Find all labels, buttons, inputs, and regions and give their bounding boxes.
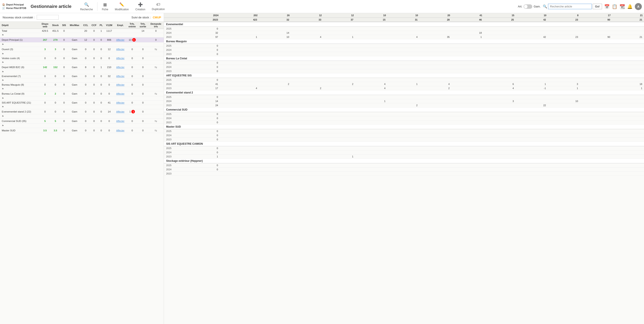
- data-cell: [612, 52, 644, 56]
- nav-duplication[interactable]: 🏷 Duplication: [150, 1, 167, 12]
- data-cell: [387, 69, 419, 73]
- data-cell: [323, 129, 355, 133]
- affecter-button[interactable]: Affecter: [116, 66, 124, 69]
- flag-row: ⚑: [0, 43, 164, 47]
- data-cell: [580, 103, 612, 107]
- search-input[interactable]: [548, 4, 592, 9]
- data-cell: 14: [174, 99, 220, 103]
- data-cell: [220, 95, 259, 99]
- search-icon-btn[interactable]: 🔍: [543, 4, 547, 9]
- right-header-col: 8: [548, 13, 580, 18]
- nav-creation[interactable]: ➕ Création: [133, 1, 147, 12]
- affecter-button[interactable]: Affecter: [116, 92, 124, 95]
- dispo-web-val: 5: [40, 119, 50, 124]
- depot-name: Total: [2, 30, 7, 32]
- data-cell: 0: [174, 61, 220, 65]
- data-cell: [484, 163, 516, 168]
- data-cell: [484, 52, 516, 56]
- affecter-button[interactable]: Affecter: [116, 110, 124, 113]
- data-cell: [452, 27, 484, 31]
- affecter-button[interactable]: Affecter: [116, 48, 124, 51]
- data-cell: [580, 168, 612, 172]
- go-button[interactable]: Go!: [593, 4, 602, 9]
- data-cell: [291, 163, 323, 168]
- list-item: Evenementiel stand 2 (22): [0, 109, 40, 114]
- demande-trfs-val: [148, 109, 164, 114]
- data-cell: [323, 150, 355, 154]
- calendar-view-btn[interactable]: 📅: [604, 4, 610, 9]
- data-cell: [612, 27, 644, 31]
- dept-name: ART EQUESTRE SIS: [164, 73, 644, 78]
- data-cell: [452, 116, 484, 120]
- affecter-button[interactable]: Affecter: [116, 101, 124, 104]
- ccf-val: 0: [90, 47, 98, 52]
- data-cell: [323, 120, 355, 124]
- data-cell: 1: [355, 99, 387, 103]
- right-subheader-col: 32: [259, 18, 291, 22]
- ccl-val: 0: [82, 56, 90, 60]
- affecter-button[interactable]: Affecter: [116, 129, 124, 132]
- data-cell: [452, 120, 484, 124]
- affecter-button[interactable]: Affecter: [116, 39, 124, 41]
- data-cell: [323, 65, 355, 69]
- data-cell: [387, 168, 419, 172]
- stock-val: 451.5: [50, 29, 60, 33]
- affecter-button[interactable]: Affecter: [116, 83, 124, 86]
- nav-fiche[interactable]: ▦ Fiche: [100, 1, 110, 12]
- nav-recherche[interactable]: 🔍 Recherche: [78, 1, 95, 12]
- data-cell: 0: [174, 150, 220, 154]
- data-cell: [291, 69, 323, 73]
- affecter-button[interactable]: Affecter: [116, 75, 124, 78]
- demande-trfs-val: 0: [148, 38, 164, 43]
- data-cell: [516, 163, 548, 168]
- toggle-knob: [524, 5, 528, 8]
- right-data-row: 20230: [164, 137, 644, 142]
- bell-btn[interactable]: 🔔: [627, 4, 633, 9]
- data-cell: [220, 44, 259, 48]
- edit-icon: ✏️: [119, 2, 124, 7]
- stock-val: 5: [50, 119, 60, 124]
- dispo-web-val: 0: [40, 56, 50, 60]
- list-btn[interactable]: 📋: [612, 4, 617, 9]
- data-cell: [259, 120, 291, 124]
- data-cell: [355, 103, 387, 107]
- year-cell: 2024: [164, 133, 174, 137]
- transfer-icon: ⇆: [154, 65, 157, 69]
- pl-val: 0: [98, 83, 104, 87]
- data-cell: [612, 61, 644, 65]
- affecter-button[interactable]: Affecter: [116, 120, 124, 122]
- data-cell: [419, 44, 452, 48]
- demande-trfs-val: [148, 74, 164, 78]
- art-toggle[interactable]: [524, 4, 532, 9]
- avatar[interactable]: A: [635, 3, 642, 10]
- minmax-val: Gam: [68, 74, 82, 78]
- demande-trfs-val: ⇆: [148, 47, 164, 52]
- data-cell: [612, 65, 644, 69]
- nav-modification[interactable]: ✏️ Modification: [112, 1, 131, 12]
- data-cell: [259, 154, 291, 159]
- data-cell: 2: [387, 103, 419, 107]
- stock-val: 279: [50, 38, 60, 43]
- ccl-val: 0: [82, 47, 90, 52]
- data-cell: [291, 78, 323, 82]
- data-cell: 0: [174, 133, 220, 137]
- data-cell: [612, 146, 644, 150]
- demande-trfs-val: [148, 83, 164, 87]
- trfs-entree-val: 0: [126, 119, 138, 124]
- demande-trfs-val: [148, 56, 164, 60]
- calendar-btn[interactable]: 📆: [620, 4, 625, 9]
- stock-input[interactable]: [37, 15, 58, 20]
- data-cell: [291, 172, 323, 176]
- flag-icon: ⚑: [2, 115, 4, 118]
- plus-icon: ➕: [138, 2, 143, 7]
- data-cell: 0: [174, 116, 220, 120]
- affecter-button[interactable]: Affecter: [116, 57, 124, 60]
- year-cell: 2023: [164, 103, 174, 107]
- stock-val: 2: [50, 91, 60, 96]
- data-cell: [291, 129, 323, 133]
- flag-icon: ⚑: [2, 43, 4, 46]
- flag-icon: ⚑: [2, 34, 4, 36]
- data-cell: [220, 103, 259, 107]
- empl-val: Affecter: [114, 101, 126, 105]
- dispo-web-val: 0: [40, 83, 50, 87]
